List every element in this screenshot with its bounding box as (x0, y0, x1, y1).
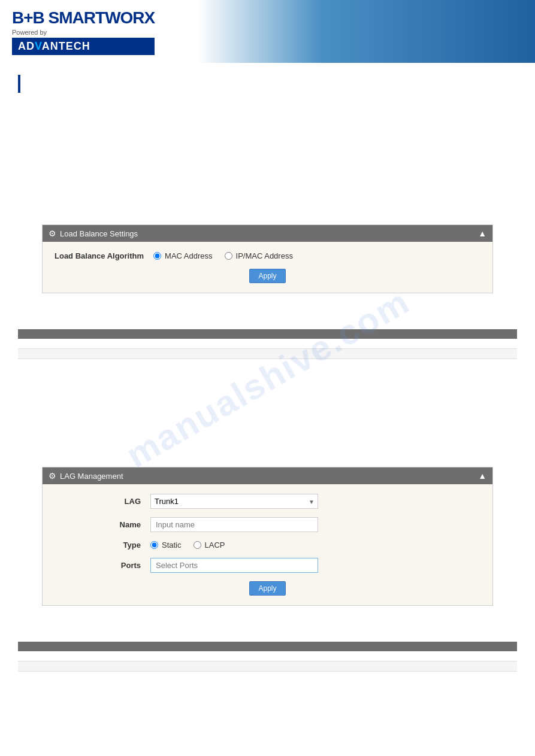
gear-icon: ⚙ (49, 229, 56, 238)
spacer-mid2 (18, 377, 517, 467)
lag-name-input[interactable] (150, 517, 318, 532)
lag-row2-col2 (268, 661, 518, 672)
static-radio[interactable] (150, 541, 158, 549)
page-title-bar (18, 75, 517, 93)
load-balance-panel-body: Load Balance Algorithm MAC Address IP/MA… (43, 242, 492, 293)
lag-ports-label: Ports (55, 561, 150, 570)
ip-mac-label[interactable]: IP/MAC Address (236, 251, 293, 260)
lag-row2-col1 (18, 661, 268, 672)
collapse-icon[interactable]: ▲ (478, 229, 486, 238)
lacp-radio-group: LACP (194, 541, 225, 549)
lag-panel-body: LAG Trunk1 Trunk2 Trunk3 Trunk4 ▼ Name (43, 484, 492, 605)
mac-address-radio[interactable] (153, 252, 161, 260)
lag-ports-row: Ports (55, 558, 480, 573)
static-label[interactable]: Static (162, 541, 182, 549)
lag-header-left: ⚙ LAG Management (49, 471, 123, 481)
lag-panel: ⚙ LAG Management ▲ LAG Trunk1 Trunk2 Tru… (42, 467, 493, 606)
table-row (18, 339, 517, 349)
lag-panel-header: ⚙ LAG Management ▲ (43, 467, 492, 484)
lb-row1-col1 (18, 339, 268, 349)
algorithm-label: Load Balance Algorithm (55, 251, 153, 260)
lb-apply-button[interactable]: Apply (249, 269, 285, 283)
lag-row1-col1 (18, 651, 268, 661)
lb-row1-col2 (268, 339, 518, 349)
lag-table (18, 642, 517, 672)
lb-table-col1 (18, 329, 268, 339)
lag-label: LAG (55, 497, 150, 506)
load-balance-panel-header: ⚙ Load Balance Settings ▲ (43, 225, 492, 242)
mac-address-radio-group: MAC Address (153, 251, 212, 260)
spacer-top (18, 105, 517, 224)
lag-select-wrap: Trunk1 Trunk2 Trunk3 Trunk4 ▼ (150, 494, 318, 509)
lacp-radio[interactable] (194, 541, 201, 549)
lag-gear-icon: ⚙ (49, 471, 56, 481)
ip-mac-radio[interactable] (225, 252, 232, 260)
table-row (18, 651, 517, 661)
lag-collapse-icon[interactable]: ▲ (478, 471, 486, 481)
ip-mac-radio-group: IP/MAC Address (225, 251, 293, 260)
lag-apply-row: Apply (55, 581, 480, 596)
lag-title: LAG Management (60, 472, 123, 481)
main-content: ⚙ Load Balance Settings ▲ Load Balance A… (0, 63, 535, 702)
lag-type-row: Type Static LACP (55, 541, 480, 549)
algorithm-controls: MAC Address IP/MAC Address (153, 251, 293, 260)
load-balance-table (18, 329, 517, 359)
lag-row1-col2 (268, 651, 518, 661)
logo-area: B+B SMARTWORX Powered by ADVANTECH (0, 0, 167, 63)
lag-ports-input[interactable] (150, 558, 318, 573)
lag-type-label: Type (55, 541, 150, 549)
bb-smartworx-logo: B+B SMARTWORX (12, 8, 155, 28)
lag-table-col2 (268, 642, 518, 651)
powered-by-label: Powered by (12, 29, 155, 36)
lacp-label[interactable]: LACP (205, 541, 225, 549)
spacer-mid1 (18, 311, 517, 329)
lb-row2-col1 (18, 349, 268, 359)
lb-table-col2 (268, 329, 518, 339)
header: B+B SMARTWORX Powered by ADVANTECH (0, 0, 535, 63)
mac-address-label[interactable]: MAC Address (165, 251, 212, 260)
load-balance-title: Load Balance Settings (60, 229, 138, 238)
table-row (18, 349, 517, 359)
load-balance-panel: ⚙ Load Balance Settings ▲ Load Balance A… (42, 224, 493, 293)
spacer-mid3 (18, 624, 517, 642)
advantech-logo: ADVANTECH (12, 38, 155, 55)
table-row (18, 661, 517, 672)
static-radio-group: Static (150, 541, 182, 549)
lag-type-controls: Static LACP (150, 541, 225, 549)
lag-select[interactable]: Trunk1 Trunk2 Trunk3 Trunk4 (150, 494, 318, 509)
load-balance-header-left: ⚙ Load Balance Settings (49, 229, 138, 238)
algorithm-row: Load Balance Algorithm MAC Address IP/MA… (55, 251, 480, 260)
lag-table-col1 (18, 642, 268, 651)
lb-apply-row: Apply (55, 269, 480, 283)
lag-apply-button[interactable]: Apply (249, 581, 285, 596)
lag-name-label: Name (55, 520, 150, 529)
lag-name-row: Name (55, 517, 480, 532)
lag-select-row: LAG Trunk1 Trunk2 Trunk3 Trunk4 ▼ (55, 494, 480, 509)
lb-row2-col2 (268, 349, 518, 359)
